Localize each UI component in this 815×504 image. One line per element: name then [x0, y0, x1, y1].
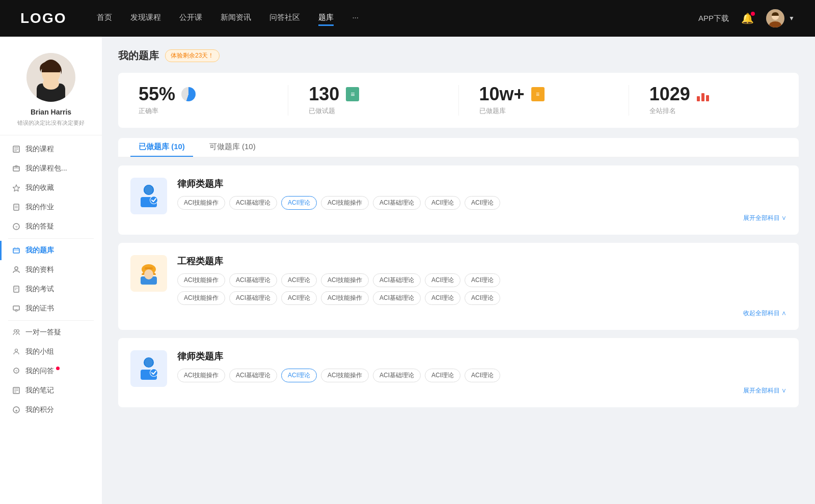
nav-qa[interactable]: 问答社区 [269, 11, 300, 26]
qb-tag-2-r2-6[interactable]: ACI理论 [465, 291, 500, 305]
homework-icon [12, 203, 20, 211]
svg-point-58 [145, 358, 153, 367]
package-icon [12, 164, 20, 173]
qb-tag-3-2[interactable]: ACI理论 [281, 369, 317, 382]
nav-home[interactable]: 首页 [97, 11, 112, 26]
sidebar-item-qa[interactable]: ? 我的答疑 [0, 217, 102, 236]
list-icon: ≡ [530, 86, 546, 102]
qb-tag-2-2[interactable]: ACI理论 [281, 273, 317, 287]
qb-icon-lawyer-3 [130, 350, 167, 387]
sidebar-item-label-package: 我的课程包... [25, 164, 67, 173]
stat-done-banks-top: 10w+ ≡ [479, 85, 546, 103]
sidebar: Brian Harris 错误的决定比没有决定要好 我的课程 我的课程包... [0, 37, 102, 504]
sidebar-item-profile[interactable]: 我的资料 [0, 260, 102, 279]
qb-collapse-2[interactable]: 收起全部科目 ∧ [177, 309, 786, 318]
qb-tag-1-0[interactable]: ACI技能操作 [177, 196, 225, 210]
user-avatar-menu[interactable]: ▼ [766, 9, 795, 27]
nav-discover[interactable]: 发现课程 [130, 11, 161, 26]
sidebar-item-course[interactable]: 我的课程 [0, 139, 102, 159]
qb-tag-3-4[interactable]: ACI基础理论 [373, 369, 421, 382]
qb-tag-3-3[interactable]: ACI技能操作 [321, 369, 369, 382]
stat-ranking: 1029 全站排名 [629, 85, 799, 116]
qb-tag-2-6[interactable]: ACI理论 [465, 273, 500, 287]
sidebar-item-label-myqa: 我的问答 [25, 367, 54, 376]
qb-tag-2-r2-2[interactable]: ACI理论 [281, 291, 317, 305]
bar-icon [695, 86, 712, 102]
stat-done-banks: 10w+ ≡ 已做题库 [459, 85, 629, 116]
qb-tag-1-3[interactable]: ACI技能操作 [321, 196, 369, 210]
logo[interactable]: LOGO [20, 10, 66, 26]
qb-tag-2-0[interactable]: ACI技能操作 [177, 273, 225, 287]
qb-tag-2-r2-3[interactable]: ACI技能操作 [321, 291, 369, 305]
qb-tag-1-5[interactable]: ACI理论 [425, 196, 460, 210]
qa-badge-dot [56, 367, 60, 370]
stat-accuracy-label: 正确率 [139, 106, 158, 116]
qb-title-2: 工程类题库 [177, 255, 786, 267]
qb-tag-3-6[interactable]: ACI理论 [465, 369, 500, 382]
sidebar-item-homework[interactable]: 我的作业 [0, 198, 102, 217]
stat-ranking-value: 1029 [649, 85, 690, 103]
page-header: 我的题库 体验剩余23天！ [118, 49, 799, 63]
nav-news[interactable]: 新闻资讯 [221, 11, 251, 26]
tab-done-banks[interactable]: 已做题库 (10) [130, 138, 193, 157]
stat-done-questions-value: 130 [309, 85, 339, 103]
tab-available-banks[interactable]: 可做题库 (10) [201, 138, 264, 157]
qb-tag-2-r2-1[interactable]: ACI基础理论 [229, 291, 277, 305]
sidebar-item-group[interactable]: 我的小组 [0, 342, 102, 361]
qb-tags-3: ACI技能操作 ACI基础理论 ACI理论 ACI技能操作 ACI基础理论 AC… [177, 369, 786, 382]
sidebar-item-myqa[interactable]: ? 我的问答 [0, 361, 102, 381]
stat-accuracy-value: 55% [139, 85, 175, 103]
qb-tag-3-0[interactable]: ACI技能操作 [177, 369, 225, 382]
qb-title-1: 律师类题库 [177, 178, 786, 190]
stat-done-banks-label: 已做题库 [479, 106, 506, 116]
sidebar-item-tutor[interactable]: 一对一答疑 [0, 323, 102, 342]
sidebar-item-notes[interactable]: 我的笔记 [0, 381, 102, 400]
svg-text:?: ? [15, 225, 18, 230]
svg-text:?: ? [15, 370, 17, 373]
nav-more[interactable]: ··· [352, 11, 359, 26]
divider-1 [8, 238, 94, 239]
qb-icon-engineer [130, 255, 167, 292]
sidebar-item-exam[interactable]: 我的考试 [0, 279, 102, 299]
star-icon [12, 184, 20, 192]
qb-tag-1-2[interactable]: ACI理论 [281, 196, 317, 210]
qb-tag-2-r2-5[interactable]: ACI理论 [425, 291, 460, 305]
nav-bank[interactable]: 题库 [318, 11, 334, 26]
sidebar-item-points[interactable]: ★ 我的积分 [0, 400, 102, 419]
qb-tag-2-r2-4[interactable]: ACI基础理论 [373, 291, 421, 305]
qb-expand-1[interactable]: 展开全部科目 ∨ [177, 214, 786, 222]
qb-tag-1-1[interactable]: ACI基础理论 [229, 196, 277, 210]
qb-tag-2-5[interactable]: ACI理论 [425, 273, 460, 287]
qb-tag-3-5[interactable]: ACI理论 [425, 369, 460, 382]
qb-tag-2-3[interactable]: ACI技能操作 [321, 273, 369, 287]
sidebar-menu: 我的课程 我的课程包... 我的收藏 我的作业 [0, 135, 102, 424]
qb-tag-2-4[interactable]: ACI基础理论 [373, 273, 421, 287]
sidebar-item-package[interactable]: 我的课程包... [0, 159, 102, 178]
stat-accuracy: 55% 正确率 [118, 85, 288, 116]
notification-dot [751, 12, 755, 16]
nav-opencourse[interactable]: 公开课 [179, 11, 202, 26]
app-download-button[interactable]: APP下载 [698, 14, 729, 23]
sidebar-item-cert[interactable]: 我的证书 [0, 299, 102, 318]
qb-tag-2-r2-0[interactable]: ACI技能操作 [177, 291, 225, 305]
notification-bell[interactable]: 🔔 [741, 12, 754, 24]
sidebar-item-label-bank: 我的题库 [25, 246, 54, 255]
sidebar-item-favorites[interactable]: 我的收藏 [0, 178, 102, 198]
qb-expand-3[interactable]: 展开全部科目 ∨ [177, 386, 786, 395]
sidebar-item-label-notes: 我的笔记 [25, 386, 54, 395]
sidebar-item-label-cert: 我的证书 [25, 304, 54, 313]
qb-tag-2-1[interactable]: ACI基础理论 [229, 273, 277, 287]
sidebar-item-bank[interactable]: 我的题库 [0, 241, 102, 260]
qb-tag-3-1[interactable]: ACI基础理论 [229, 369, 277, 382]
content-area: 我的题库 体验剩余23天！ 55% 正确率 130 ≡ [102, 37, 815, 504]
qb-tags-row1-2: ACI技能操作 ACI基础理论 ACI理论 ACI技能操作 ACI基础理论 AC… [177, 273, 786, 287]
qb-tags-row2-2: ACI技能操作 ACI基础理论 ACI理论 ACI技能操作 ACI基础理论 AC… [177, 291, 786, 305]
stat-done-banks-value: 10w+ [479, 85, 525, 103]
qb-tag-1-6[interactable]: ACI理论 [465, 196, 500, 210]
qb-content-3: 律师类题库 ACI技能操作 ACI基础理论 ACI理论 ACI技能操作 ACI基… [177, 350, 786, 395]
svg-point-34 [15, 349, 18, 352]
exam-icon [12, 285, 20, 293]
qb-tag-1-4[interactable]: ACI基础理论 [373, 196, 421, 210]
profile-avatar [26, 53, 75, 102]
qb-tags-1: ACI技能操作 ACI基础理论 ACI理论 ACI技能操作 ACI基础理论 AC… [177, 196, 786, 210]
